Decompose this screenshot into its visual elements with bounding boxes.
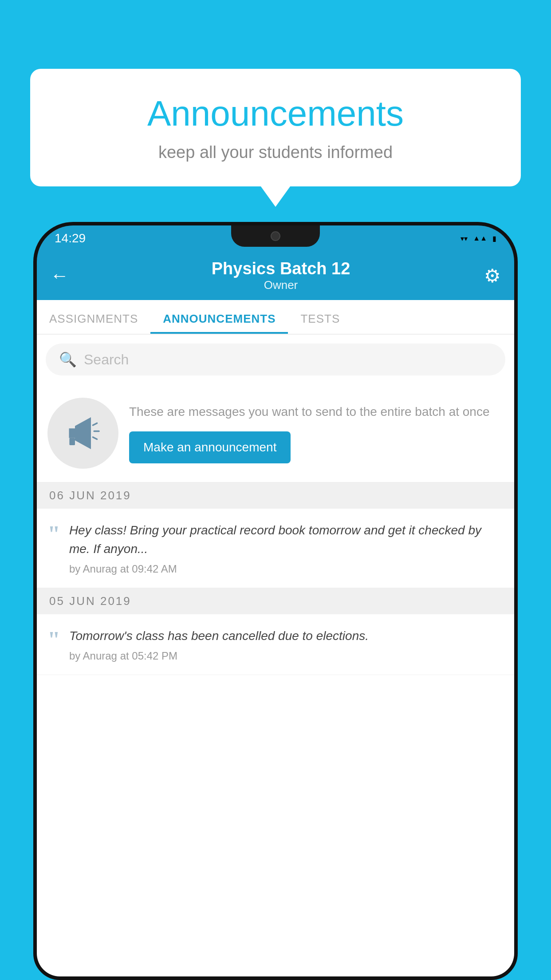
page-title: Announcements (57, 93, 494, 134)
signal-icon: ▲▲ (473, 234, 487, 242)
announcement-text-2: Tomorrow's class has been cancelled due … (69, 627, 504, 645)
announcement-item-1[interactable]: " Hey class! Bring your practical record… (37, 509, 514, 588)
megaphone-icon (63, 413, 103, 453)
quote-icon-1: " (47, 523, 60, 546)
wifi-icon: ▾▾ (460, 234, 468, 243)
header-subtitle: Owner (78, 278, 484, 292)
svg-marker-1 (75, 417, 91, 449)
header-title: Physics Batch 12 (78, 259, 484, 278)
page-subtitle: keep all your students informed (57, 143, 494, 162)
make-announcement-button[interactable]: Make an announcement (129, 431, 291, 463)
svg-rect-5 (69, 438, 75, 445)
camera-dot (271, 231, 280, 241)
tab-tests[interactable]: TESTS (288, 312, 352, 334)
svg-marker-0 (69, 428, 75, 438)
quote-icon-2: " (47, 628, 60, 652)
empty-state-content: These are messages you want to send to t… (129, 403, 504, 463)
phone-mockup: 14:29 ▾▾ ▲▲ ▮ ← Physics Batch 12 Owner ⚙… (33, 222, 518, 980)
empty-state-section: These are messages you want to send to t… (37, 384, 514, 482)
date-divider-1: 06 JUN 2019 (37, 482, 514, 509)
announcement-item-2[interactable]: " Tomorrow's class has been cancelled du… (37, 614, 514, 675)
announcement-meta-1: by Anurag at 09:42 AM (69, 563, 504, 575)
tab-assignments[interactable]: ASSIGNMENTS (37, 312, 150, 334)
announcement-content-1: Hey class! Bring your practical record b… (69, 521, 504, 575)
status-icons: ▾▾ ▲▲ ▮ (460, 234, 496, 243)
tab-announcements[interactable]: ANNOUNCEMENTS (150, 312, 288, 334)
settings-icon[interactable]: ⚙ (484, 265, 501, 287)
phone-notch (231, 225, 320, 247)
status-time: 14:29 (55, 231, 86, 245)
speech-bubble: Announcements keep all your students inf… (30, 69, 521, 186)
tabs-container: ASSIGNMENTS ANNOUNCEMENTS TESTS (37, 300, 514, 335)
header-center: Physics Batch 12 Owner (78, 259, 484, 292)
search-bar[interactable]: 🔍 Search (46, 344, 505, 375)
back-button[interactable]: ← (50, 265, 69, 286)
battery-icon: ▮ (492, 234, 496, 243)
announcement-content-2: Tomorrow's class has been cancelled due … (69, 627, 504, 662)
empty-state-description: These are messages you want to send to t… (129, 403, 504, 420)
speech-bubble-section: Announcements keep all your students inf… (30, 69, 521, 186)
svg-line-4 (93, 437, 97, 439)
announcement-meta-2: by Anurag at 05:42 PM (69, 650, 504, 662)
app-header: ← Physics Batch 12 Owner ⚙ (37, 251, 514, 300)
announcement-text-1: Hey class! Bring your practical record b… (69, 521, 504, 558)
date-divider-2: 05 JUN 2019 (37, 588, 514, 614)
search-placeholder: Search (84, 352, 129, 368)
megaphone-circle (47, 398, 118, 469)
svg-line-2 (93, 423, 97, 426)
search-icon: 🔍 (59, 351, 77, 368)
phone-content: 🔍 Search (37, 335, 514, 980)
